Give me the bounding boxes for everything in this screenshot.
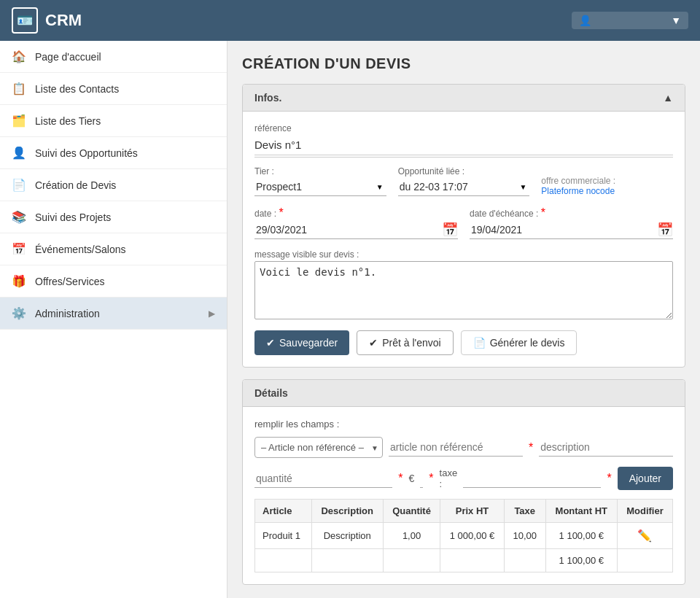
sidebar-item-projets[interactable]: 📚 Suivi des Projets <box>0 201 227 233</box>
prix-required-star: * <box>429 472 433 485</box>
taxe-required-star: * <box>607 472 611 485</box>
infos-buttons: ✔ Sauvegarder ✔ Prêt à l'envoi 📄 Générer… <box>254 330 673 355</box>
add-article-button[interactable]: Ajouter <box>618 467 673 490</box>
message-textarea[interactable]: Voici le devis n°1. <box>254 261 673 319</box>
date-calendar-icon[interactable]: 📅 <box>442 222 458 238</box>
pret-button[interactable]: ✔ Prêt à l'envoi <box>357 330 454 355</box>
tier-opport-row: Tier : Prospect1 ▼ Opportunité liée : <box>254 166 673 196</box>
user-icon: 👤 <box>579 15 591 26</box>
article-text-input[interactable] <box>389 438 523 457</box>
offre-link[interactable]: Plateforme nocode <box>541 186 673 196</box>
sidebar-item-tiers[interactable]: 🗂️ Liste des Tiers <box>0 105 227 137</box>
echeance-required-star: * <box>541 206 545 219</box>
admin-expand-arrow: ▶ <box>209 308 215 319</box>
sidebar-item-label: Offres/Services <box>35 276 215 287</box>
details-panel-header: Détails <box>243 380 685 407</box>
sidebar-item-contacts[interactable]: 📋 Liste des Contacts <box>0 73 227 105</box>
details-panel: Détails remplir les champs : – Article n… <box>242 379 685 585</box>
offre-col: offre commerciale : Plateforme nocode <box>541 176 673 196</box>
article-required-star: * <box>529 441 533 454</box>
table-row: Produit 1 Description 1,00 1 000,00 € 10… <box>255 523 673 549</box>
sidebar-item-evenements[interactable]: 📅 Événements/Salons <box>0 233 227 265</box>
col-montant-ht: Montant HT <box>545 500 617 523</box>
save-button[interactable]: ✔ Sauvegarder <box>254 330 349 355</box>
date-input[interactable] <box>254 221 439 238</box>
message-field: message visible sur devis : Voici le dev… <box>254 249 673 322</box>
app-name: CRM <box>45 11 82 30</box>
generer-icon: 📄 <box>473 337 486 349</box>
quantite-input[interactable] <box>254 470 392 488</box>
opportunites-icon: 👤 <box>12 146 26 160</box>
taxe-label: taxe : <box>440 467 458 489</box>
echeance-input[interactable] <box>470 221 654 238</box>
total-row: 1 100,00 € <box>255 549 673 572</box>
prix-input[interactable] <box>420 470 423 488</box>
reference-field: référence <box>254 123 673 158</box>
edit-icon[interactable]: ✏️ <box>637 529 652 542</box>
euro-symbol: € <box>409 473 415 484</box>
taxe-input[interactable] <box>463 470 601 488</box>
date-input-wrapper: 📅 <box>254 221 458 239</box>
quantite-required-star: * <box>398 472 402 485</box>
articles-table: Article Description Quantité Prix HT Tax… <box>254 499 673 572</box>
article-select[interactable]: – Article non référencé – <box>254 437 383 458</box>
opportunite-label: Opportunité liée : <box>398 166 530 176</box>
app-logo: 🪪 CRM <box>12 7 82 34</box>
cell-modifier[interactable]: ✏️ <box>617 523 672 549</box>
opportunite-select[interactable]: du 22-03 17:07 <box>398 178 530 195</box>
echeance-col: date d'échéance : * 📅 <box>470 206 673 239</box>
cell-prix-ht: 1 000,00 € <box>440 523 505 549</box>
logo-icon: 🪪 <box>12 7 38 34</box>
tiers-icon: 🗂️ <box>12 114 26 128</box>
user-menu[interactable]: 👤 ▼ <box>572 12 688 29</box>
infos-header-label: Infos. <box>254 92 281 104</box>
main-layout: 🏠 Page d'accueil 📋 Liste des Contacts 🗂️… <box>0 41 700 598</box>
reference-label: référence <box>254 123 673 133</box>
devis-icon: 📄 <box>12 178 26 192</box>
admin-icon: ⚙️ <box>12 306 26 320</box>
sidebar-item-offres[interactable]: 🎁 Offres/Services <box>0 265 227 298</box>
opportunite-col: Opportunité liée : du 22-03 17:07 ▼ <box>398 166 530 196</box>
infos-panel-body: référence Tier : Prospect1 ▼ <box>243 112 685 367</box>
col-quantite: Quantité <box>383 500 440 523</box>
sidebar-item-opportunites[interactable]: 👤 Suivi des Opportunités <box>0 137 227 169</box>
home-icon: 🏠 <box>12 50 26 63</box>
generer-button[interactable]: 📄 Générer le devis <box>461 330 578 355</box>
details-header-label: Détails <box>254 387 288 399</box>
cell-quantite: 1,00 <box>383 523 440 549</box>
cell-montant-ht: 1 100,00 € <box>545 523 617 549</box>
cell-taxe: 10,00 <box>504 523 545 549</box>
echeance-calendar-icon[interactable]: 📅 <box>657 222 673 238</box>
description-input[interactable] <box>539 438 673 457</box>
main-content: CRÉATION D'UN DEVIS Infos. ▲ référence T… <box>228 41 700 598</box>
sidebar-item-label: Événements/Salons <box>35 244 215 255</box>
sidebar-item-devis[interactable]: 📄 Création de Devis <box>0 169 227 201</box>
sidebar-item-admin[interactable]: ⚙️ Administration ▶ <box>0 298 227 330</box>
fill-fields-label: remplir les champs : <box>254 419 673 430</box>
date-col: date : * 📅 <box>254 206 458 239</box>
sidebar-item-home[interactable]: 🏠 Page d'accueil <box>0 41 227 73</box>
infos-panel-header: Infos. ▲ <box>243 85 685 112</box>
reference-input[interactable] <box>254 135 673 155</box>
details-panel-body: remplir les champs : – Article non référ… <box>243 407 685 584</box>
tier-select[interactable]: Prospect1 <box>254 178 386 195</box>
evenements-icon: 📅 <box>12 242 26 256</box>
infos-panel: Infos. ▲ référence Tier : Prospe <box>242 84 685 368</box>
message-label: message visible sur devis : <box>254 249 673 260</box>
col-article: Article <box>255 500 312 523</box>
col-description: Description <box>311 500 383 523</box>
tier-col: Tier : Prospect1 ▼ <box>254 166 386 196</box>
offres-icon: 🎁 <box>12 274 26 288</box>
save-icon: ✔ <box>266 337 275 349</box>
opportunite-select-wrapper: du 22-03 17:07 ▼ <box>398 178 530 196</box>
sidebar-item-label: Page d'accueil <box>35 51 215 63</box>
projets-icon: 📚 <box>12 210 26 224</box>
echeance-input-wrapper: 📅 <box>470 221 673 239</box>
sidebar-item-label: Liste des Tiers <box>35 115 215 127</box>
infos-collapse-icon[interactable]: ▲ <box>663 92 673 104</box>
contacts-icon: 📋 <box>12 82 26 96</box>
tier-label: Tier : <box>254 166 386 176</box>
cell-description: Description <box>311 523 383 549</box>
app-header: 🪪 CRM 👤 ▼ <box>0 0 700 41</box>
sidebar-item-label: Création de Devis <box>35 179 215 191</box>
